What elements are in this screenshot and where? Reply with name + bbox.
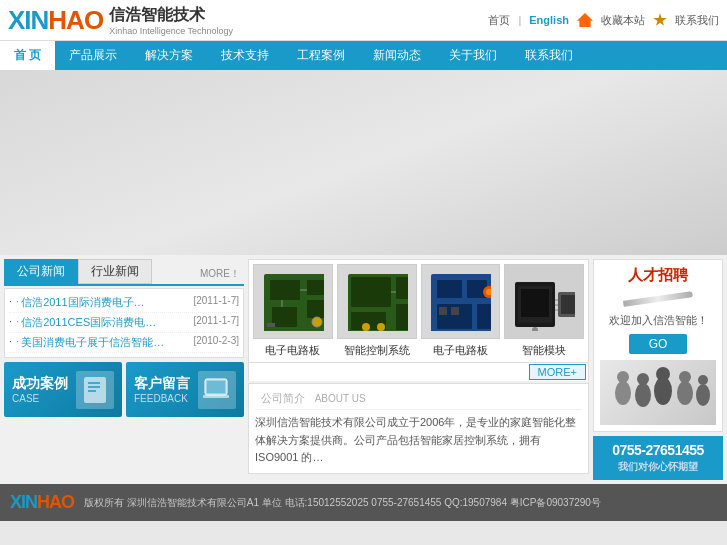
case-icon-img [76,371,114,409]
product-img-1 [253,264,333,339]
svg-rect-21 [396,304,408,330]
footer-text: 版权所有 深圳信浩智能技术有限公司A1 单位 电话:15012552025 07… [84,495,717,511]
more-link[interactable]: MORE+ [529,364,586,380]
news-title-1[interactable]: 信浩2011国际消费电子… [21,295,191,310]
footer-logo: XINHAO [10,492,74,513]
nav-about[interactable]: 关于我们 [435,41,511,70]
svg-rect-8 [270,280,300,300]
svg-rect-37 [521,289,549,317]
circuit-board-icon-2 [346,272,408,330]
news-date-2: [2011-1-7] [193,315,239,330]
product-img-3 [421,264,501,339]
product-item-1[interactable]: 电子电路板 [253,264,333,358]
recruit-title: 人才招聘 [600,266,716,285]
banner-inner [0,70,727,255]
news-item-2: · 信浩2011CES国际消费电… [2011-1-7] [9,313,239,333]
svg-point-49 [656,367,670,381]
product-name-2: 智能控制系统 [337,343,417,358]
home-icon [577,13,593,27]
svg-rect-26 [437,280,462,298]
svg-rect-10 [307,300,324,318]
svg-point-14 [312,317,322,327]
company-text: 深圳信浩智能技术有限公司成立于2006年，是专业的家庭智能化整体解决方案提供商。… [255,414,582,467]
news-tabs: 公司新闻 行业新闻 MORE！ [4,259,244,286]
news-list: · 信浩2011国际消费电子… [2011-1-7] · 信浩2011CES国际… [4,288,244,358]
top-link-english[interactable]: English [529,14,569,26]
feedback-label-cn: 客户留言 [134,375,190,393]
product-img-2 [337,264,417,339]
nav-cases[interactable]: 工程案例 [283,41,359,70]
recruit-desc: 欢迎加入信浩智能！ [600,313,716,328]
product-item-4[interactable]: 智能模块 [504,264,584,358]
nav-products[interactable]: 产品展示 [55,41,131,70]
svg-rect-19 [396,277,408,299]
feedback-label-en: FEEDBACK [134,393,190,404]
news-date-1: [2011-1-7] [193,295,239,310]
tab-company-news[interactable]: 公司新闻 [4,259,78,284]
product-item-2[interactable]: 智能控制系统 [337,264,417,358]
svg-point-50 [677,381,693,405]
logo-en: Xinhao Intelligence Technology [109,26,233,36]
svg-point-53 [698,375,708,385]
company-title-cn: 公司简介 [261,392,305,404]
svg-rect-9 [307,280,324,295]
svg-point-44 [615,381,631,405]
product-name-3: 电子电路板 [421,343,501,358]
phone-number: 0755-27651455 [599,442,717,458]
book-icon [80,375,110,405]
logo-sub: 信浩智能技术 Xinhao Intelligence Technology [109,5,233,36]
svg-point-45 [617,371,629,383]
feedback-button[interactable]: 客户留言 FEEDBACK [126,362,244,417]
feedback-icon-img [198,371,236,409]
pencil-decoration [600,289,716,309]
news-title-2[interactable]: 信浩2011CES国际消费电… [21,315,191,330]
module-icon [513,272,575,330]
nav-home[interactable]: 首 页 [0,41,55,70]
svg-point-47 [637,373,649,385]
svg-rect-16 [267,323,275,327]
products-grid: 电子电路板 智能控制系统 [248,259,589,363]
svg-point-48 [654,377,672,405]
svg-rect-34 [451,307,459,315]
top-link-contact[interactable]: 联系我们 [675,13,719,28]
product-img-4 [504,264,584,339]
phone-sub: 我们对你心怀期望 [599,460,717,474]
laptop-icon [202,375,232,405]
case-feedback: 成功案例 CASE 客户留言 FEEDBACK [4,362,244,417]
svg-rect-18 [351,277,391,307]
pencil-icon [623,291,693,307]
logo-text: XINHAO [8,4,103,36]
nav-news[interactable]: 新闻动态 [359,41,435,70]
news-date-3: [2010-2-3] [193,335,239,350]
header-right: 首页 | English 收藏本站 联系我们 [488,13,719,28]
center-panel: 电子电路板 智能控制系统 [248,259,589,480]
nav: 首 页 产品展示 解决方案 技术支持 工程案例 新闻动态 关于我们 联系我们 [0,41,727,70]
company-intro: 公司简介 ABOUT US 深圳信浩智能技术有限公司成立于2006年，是专业的家… [248,383,589,474]
logo-cn: 信浩智能技术 [109,5,233,26]
footer: XINHAO 版权所有 深圳信浩智能技术有限公司A1 单位 电话:1501255… [0,484,727,521]
news-more[interactable]: MORE！ [196,264,244,284]
case-button[interactable]: 成功案例 CASE [4,362,122,417]
tab-industry-news[interactable]: 行业新闻 [78,259,152,284]
more-button-area: MORE+ [248,363,589,381]
svg-rect-40 [561,295,575,314]
main-content: 公司新闻 行业新闻 MORE！ · 信浩2011国际消费电子… [2011-1-… [0,255,727,484]
team-photo [600,360,716,425]
top-link-home[interactable]: 首页 [488,13,510,28]
right-panel: 人才招聘 欢迎加入信浩智能！ GO [593,259,723,480]
logo-area: XINHAO 信浩智能技术 Xinhao Intelligence Techno… [8,4,233,36]
top-link-favorite[interactable]: 收藏本站 [601,13,645,28]
nav-contact[interactable]: 联系我们 [511,41,587,70]
product-name-1: 电子电路板 [253,343,333,358]
svg-point-38 [532,327,538,330]
svg-rect-0 [84,377,106,403]
svg-rect-5 [207,381,225,393]
product-item-3[interactable]: 电子电路板 [421,264,501,358]
nav-support[interactable]: 技术支持 [207,41,283,70]
company-intro-title: 公司简介 ABOUT US [255,390,582,410]
news-title-3[interactable]: 美国消费电子展于信浩智能… [21,335,191,350]
left-panel: 公司新闻 行业新闻 MORE！ · 信浩2011国际消费电子… [2011-1-… [4,259,244,480]
recruit-box: 人才招聘 欢迎加入信浩智能！ GO [593,259,723,432]
recruit-go-button[interactable]: GO [629,334,688,354]
nav-solutions[interactable]: 解决方案 [131,41,207,70]
